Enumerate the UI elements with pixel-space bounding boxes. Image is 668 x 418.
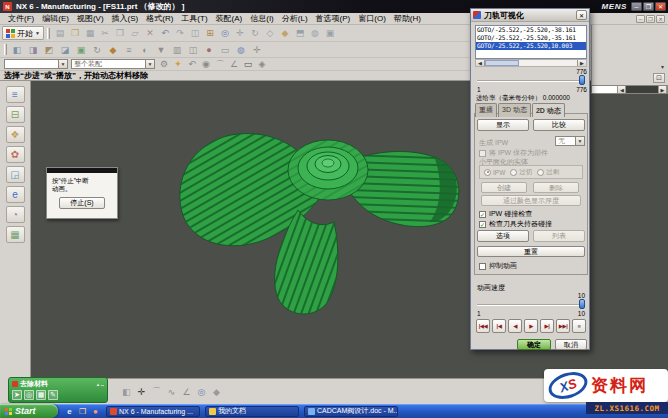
delete-icon[interactable]: ✕ xyxy=(143,27,157,40)
redo-icon[interactable]: ↷ xyxy=(173,27,187,40)
slider-thumb[interactable] xyxy=(579,299,585,309)
mcs-icon[interactable]: ✛ xyxy=(250,43,264,56)
point-icon[interactable]: ✛ xyxy=(135,385,148,398)
ipw-collision-checkbox[interactable]: ✓ IPW 碰撞检查 xyxy=(479,209,532,219)
new-part-icon[interactable]: ▤ xyxy=(53,27,67,40)
magnifier-icon[interactable]: ◎ xyxy=(24,390,34,400)
measure-angle-icon[interactable]: ∠ xyxy=(180,385,193,398)
type-filter-combobox[interactable]: ▼ xyxy=(4,59,68,69)
animation-speed-slider[interactable] xyxy=(477,299,585,309)
thickness-by-color-button[interactable]: 通过颜色显示厚度 xyxy=(481,195,581,206)
hd3d-tools-icon[interactable]: ◲ xyxy=(6,166,25,183)
play-backward-button[interactable]: ◀ xyxy=(508,319,522,333)
rotate-icon[interactable]: ↻ xyxy=(248,27,262,40)
reuse-library-icon[interactable]: ✿ xyxy=(6,146,25,163)
ok-button[interactable]: 确定 xyxy=(517,339,551,350)
deselect-icon[interactable]: ↶ xyxy=(186,59,198,70)
scroll-left-arrow[interactable]: ◀ xyxy=(476,60,485,66)
slider-thumb[interactable] xyxy=(579,75,585,85)
lasso-select-icon[interactable]: ◈ xyxy=(256,59,268,70)
radio-option[interactable]: 过切 xyxy=(510,168,532,177)
minimize-button[interactable]: ─ xyxy=(631,2,642,11)
sculpt-body-icon[interactable]: ◧ xyxy=(120,385,133,398)
snap-settings-gear-icon[interactable]: ⚙ xyxy=(158,59,170,70)
ipw-part-propeller[interactable] xyxy=(150,112,470,322)
orient-view-icon[interactable]: ⬒ xyxy=(293,27,307,40)
suppress-animation-checkbox[interactable]: 抑制动画 xyxy=(479,261,517,271)
compare-button[interactable]: 比较 xyxy=(533,119,585,131)
select-all-icon[interactable]: ◉ xyxy=(200,59,212,70)
radio-option[interactable]: 过剩 xyxy=(537,168,559,177)
play-forward-button[interactable]: ▶ xyxy=(524,319,538,333)
pen-icon[interactable]: ✎ xyxy=(48,390,58,400)
checkbox-checked-box[interactable]: ✓ xyxy=(479,221,486,228)
paste-icon[interactable]: ▱ xyxy=(128,27,142,40)
window-icon[interactable]: ▣ xyxy=(323,27,337,40)
list-button[interactable]: 列表 xyxy=(533,230,585,242)
open-icon[interactable]: ❒ xyxy=(68,27,82,40)
checkbox-box[interactable] xyxy=(479,263,486,270)
boundary-icon[interactable]: ▭ xyxy=(218,43,232,56)
dialog-close-icon[interactable]: ✕ xyxy=(576,10,587,20)
play-to-start-button[interactable]: |◀◀ xyxy=(476,319,490,333)
options-button[interactable]: 选项 xyxy=(477,230,529,242)
menu-item[interactable]: 首选项(P) xyxy=(312,13,355,24)
create-operation-icon[interactable]: ◧ xyxy=(10,43,24,56)
create-geometry-icon[interactable]: ◩ xyxy=(42,43,56,56)
part-navigator-icon[interactable]: ❖ xyxy=(6,126,25,143)
mdi-minimize-button[interactable]: ─ xyxy=(636,15,645,23)
replay-toolpath-icon[interactable]: ↻ xyxy=(90,43,104,56)
step-back-button[interactable]: |◀ xyxy=(492,319,506,333)
goto-list-scrollbar[interactable]: ◀ ▶ xyxy=(475,59,587,67)
menu-item[interactable]: 帮助(H) xyxy=(390,13,425,24)
menu-item[interactable]: 格式(R) xyxy=(142,13,177,24)
pan-icon[interactable]: ✛ xyxy=(233,27,247,40)
radio-option[interactable]: IPW xyxy=(484,169,505,176)
checkbox-box[interactable] xyxy=(479,150,486,157)
show-desktop-icon[interactable]: ❒ xyxy=(77,406,88,417)
feeds-speeds-icon[interactable]: ● xyxy=(202,43,216,56)
scrollbar-thumb[interactable] xyxy=(485,60,519,66)
machine-simulate-icon[interactable]: ◐ xyxy=(138,43,152,56)
goto-motion-list[interactable]: GOTO/-25.522,-25.520,-38.161GOTO/-25.522… xyxy=(475,25,587,59)
arc-icon[interactable]: ⌒ xyxy=(150,385,163,398)
zoom-help-icon[interactable]: ◎ xyxy=(195,385,208,398)
workpiece-icon[interactable]: ◍ xyxy=(234,43,248,56)
snapshot-icon[interactable]: ◍ xyxy=(308,27,322,40)
scrollbar-track-dark[interactable] xyxy=(626,86,658,93)
history-icon[interactable]: ◔ xyxy=(6,206,25,223)
angle-snap-icon[interactable]: ∠ xyxy=(228,59,240,70)
save-icon[interactable]: ▦ xyxy=(83,27,97,40)
create-button[interactable]: 创建 xyxy=(481,182,527,193)
holder-collision-checkbox[interactable]: ✓ 检查刀具夹持器碰撞 xyxy=(479,219,552,229)
task-my-documents[interactable]: 我的文档 xyxy=(205,406,299,417)
menu-item[interactable]: 分析(L) xyxy=(278,13,312,24)
checkbox-checked-box[interactable]: ✓ xyxy=(479,211,486,218)
scroll-right-arrow[interactable]: ▶ xyxy=(658,86,667,93)
generate-ipw-dropdown[interactable]: 无 ▼ xyxy=(555,136,585,146)
tab[interactable]: 3D 动态 xyxy=(498,103,531,117)
shaded-view-icon[interactable]: ◆ xyxy=(278,27,292,40)
copy-icon[interactable]: ❐ xyxy=(113,27,127,40)
chevron-down-icon[interactable]: ▾ xyxy=(661,63,664,70)
generate-toolpath-icon[interactable]: ▣ xyxy=(74,43,88,56)
spline-icon[interactable]: ∿ xyxy=(165,385,178,398)
constraint-navigator-icon[interactable]: ⊟ xyxy=(6,106,25,123)
goto-list-item[interactable]: GOTO/-25.522,-25.520,-38.161 xyxy=(476,26,586,34)
reset-button[interactable]: 重置 xyxy=(477,246,585,257)
screenshot-icon[interactable]: ◫ xyxy=(188,27,202,40)
create-tool-icon[interactable]: ◨ xyxy=(26,43,40,56)
select-highlight-icon[interactable]: ✦ xyxy=(172,59,184,70)
radio-button[interactable] xyxy=(537,169,544,176)
menu-item[interactable]: 窗口(O) xyxy=(354,13,390,24)
post-process-icon[interactable]: ▼ xyxy=(154,43,168,56)
fit-view-icon[interactable]: ⊞ xyxy=(203,27,217,40)
radio-button[interactable] xyxy=(484,169,491,176)
stop-animation-button[interactable]: 停止(S) xyxy=(59,197,105,209)
list-toolpath-icon[interactable]: ≡ xyxy=(122,43,136,56)
media-player-icon[interactable]: ● xyxy=(90,406,101,417)
scroll-right-arrow[interactable]: ▶ xyxy=(577,60,586,66)
motion-progress-slider[interactable] xyxy=(477,75,585,85)
stop-button[interactable]: ■ xyxy=(572,319,586,333)
cut-icon[interactable]: ✂ xyxy=(98,27,112,40)
